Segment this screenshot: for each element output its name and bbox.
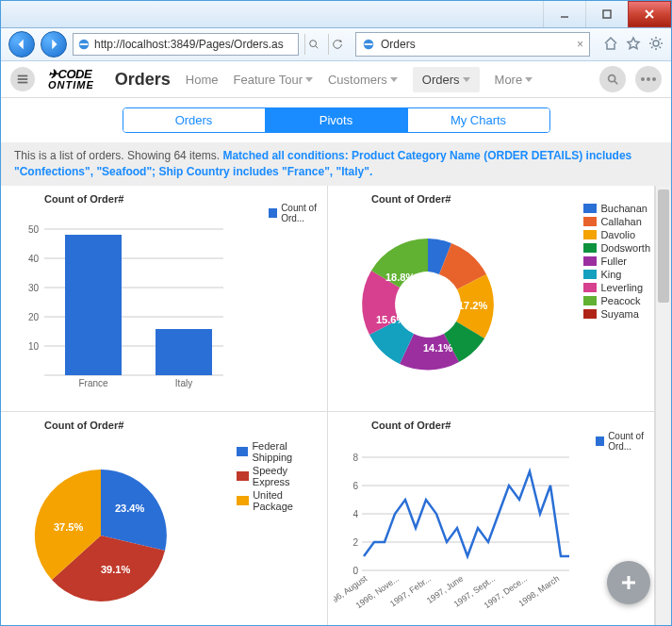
filter-summary: This is a list of orders. Showing 64 ite… [1,142,671,186]
vertical-scrollbar[interactable] [655,186,671,625]
bar-chart: 50 40 30 20 10 France Italy [7,210,252,389]
view-selector: Orders Pivots My Charts [1,98,671,142]
browser-toolbar: http://localhost:3849/Pages/Orders.as Or… [1,28,671,61]
favorites-icon[interactable] [626,36,641,54]
scrollbar-thumb[interactable] [658,189,669,303]
svg-text:2: 2 [352,537,358,548]
browser-url: http://localhost:3849/Pages/Orders.as [94,38,284,51]
nav-customers[interactable]: Customers [328,73,398,87]
hamburger-menu-button[interactable] [10,67,35,91]
settings-icon[interactable] [648,36,664,54]
svg-text:0: 0 [352,566,358,576]
seg-mycharts[interactable]: My Charts [407,108,549,132]
svg-text:6: 6 [352,481,358,491]
svg-text:4: 4 [352,509,358,519]
search-button[interactable] [599,66,626,92]
seg-orders[interactable]: Orders [123,108,265,132]
chart-title: Count of Order# [371,420,648,431]
svg-text:15.6%: 15.6% [376,314,405,325]
home-icon[interactable] [603,36,618,54]
legend-label: Count of Ord... [281,203,321,223]
chevron-down-icon [525,77,533,82]
svg-text:20: 20 [28,312,40,322]
svg-point-12 [609,75,615,82]
browser-search-button[interactable] [304,34,322,55]
svg-text:37.5%: 37.5% [54,521,83,533]
svg-text:8: 8 [352,453,358,463]
browser-address-bar[interactable]: http://localhost:3849/Pages/Orders.as [73,33,299,56]
nav-orders[interactable]: Orders [413,67,480,92]
browser-tab-title: Orders [381,38,416,51]
browser-refresh-button[interactable] [328,34,346,55]
svg-text:23.4%: 23.4% [115,502,144,514]
svg-text:40: 40 [28,254,40,264]
svg-point-5 [310,41,317,47]
nav-more[interactable]: More [495,73,533,87]
legend-label: Count of Ord... [608,431,648,452]
line-chart: 8 6 4 2 0 1996, August 1996, Nove. [334,437,607,625]
filter-lead: This is a list of orders. Showing 64 ite… [14,149,222,162]
svg-text:18.8%: 18.8% [385,272,415,283]
seg-pivots[interactable]: Pivots [265,108,407,132]
browser-tab[interactable]: Orders × [355,32,590,57]
window-close-button[interactable] [628,1,671,27]
svg-text:France: France [78,378,108,388]
svg-text:Italy: Italy [175,378,192,388]
svg-text:14.1%: 14.1% [423,342,452,354]
chart-line-timeline[interactable]: Count of Order# 8 6 4 2 0 [328,412,655,625]
app-logo: ✈CODE ONTIME [48,68,94,91]
more-options-button[interactable] [635,66,662,92]
svg-text:50: 50 [28,224,40,235]
svg-text:39.1%: 39.1% [101,564,130,575]
chart-title: Count of Order# [44,420,321,431]
chart-pie-shipper[interactable]: Count of Order# 23.4% 39.1% 37.5% Federa… [1,412,328,625]
ie-icon [362,38,375,51]
pivot-charts-grid: Count of Order# 50 40 30 20 10 [1,186,655,625]
svg-text:30: 30 [28,283,40,293]
window-titlebar [1,1,671,28]
svg-rect-26 [156,329,212,375]
browser-forward-button[interactable] [41,31,67,58]
page-title: Orders [115,70,171,90]
window-minimize-button[interactable] [543,1,585,27]
svg-text:10: 10 [28,341,40,352]
svg-rect-25 [65,235,122,375]
add-fab-button[interactable] [607,561,650,604]
chevron-down-icon [305,77,313,82]
svg-point-8 [653,41,659,46]
donut-chart: 18.8% 17.2% 14.1% 15.6% [334,210,541,389]
tab-close-icon[interactable]: × [577,38,583,51]
chevron-down-icon [390,77,398,82]
svg-line-6 [316,46,319,49]
app-header: ✈CODE ONTIME Orders Home Feature Tour Cu… [1,61,671,98]
pie-chart: 23.4% 39.1% 37.5% [7,437,223,616]
nav-feature-tour[interactable]: Feature Tour [234,73,313,87]
chart-donut-employee[interactable]: Count of Order# 18.8% 17.2% 14.1% [328,186,655,412]
nav-home[interactable]: Home [186,73,219,87]
browser-back-button[interactable] [8,31,35,58]
chevron-down-icon [463,77,470,82]
window-maximize-button[interactable] [585,1,628,27]
ie-icon [77,38,90,51]
svg-text:17.2%: 17.2% [458,300,487,311]
svg-line-13 [615,81,618,85]
chart-bar-country[interactable]: Count of Order# 50 40 30 20 10 [1,186,328,412]
svg-rect-1 [603,10,611,18]
